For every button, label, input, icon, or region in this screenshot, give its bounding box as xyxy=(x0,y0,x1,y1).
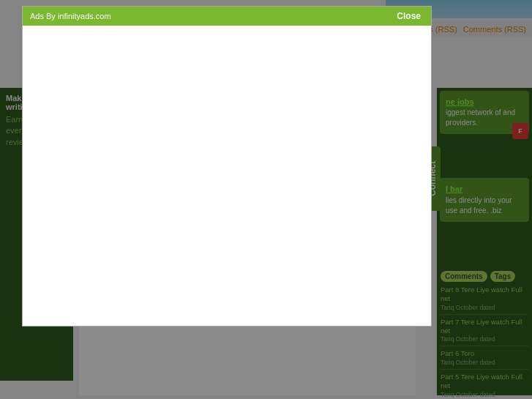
modal-header: Ads By infinityads.com Close xyxy=(23,7,431,26)
modal-header-text: Ads By infinityads.com xyxy=(30,12,111,20)
modal-body xyxy=(23,26,431,326)
modal-close-button[interactable]: Close xyxy=(394,11,424,21)
modal-dialog: Ads By infinityads.com Close xyxy=(22,6,432,327)
